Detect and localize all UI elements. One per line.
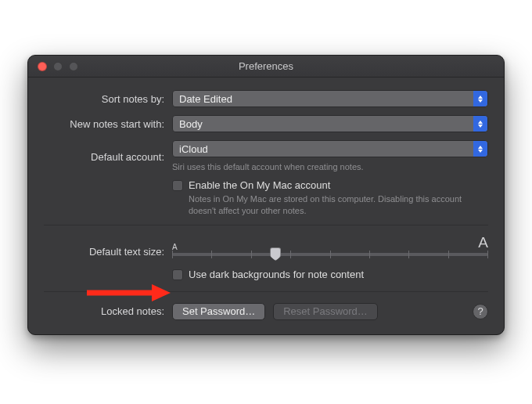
titlebar[interactable]: Preferences — [28, 56, 504, 78]
close-window-button[interactable] — [38, 62, 47, 71]
enable-on-my-mac-label: Enable the On My Mac account — [189, 179, 488, 191]
chevron-up-down-icon — [473, 91, 487, 106]
slider-thumb[interactable] — [270, 247, 281, 261]
traffic-lights — [38, 62, 78, 71]
preferences-window: Preferences Sort notes by: Date Edited N… — [27, 55, 505, 335]
dark-backgrounds-checkbox[interactable] — [172, 269, 183, 280]
default-account-label: Default account: — [44, 151, 172, 163]
sort-notes-label: Sort notes by: — [44, 93, 172, 105]
help-button[interactable]: ? — [473, 304, 488, 319]
minimize-window-button[interactable] — [53, 62, 63, 71]
divider — [44, 225, 488, 225]
question-mark-icon: ? — [477, 305, 483, 317]
window-title: Preferences — [239, 60, 293, 72]
text-size-large-icon: A — [478, 234, 488, 251]
reset-password-button: Reset Password… — [273, 303, 378, 320]
text-size-label: Default text size: — [44, 236, 172, 258]
default-account-value: iCloud — [179, 143, 208, 155]
new-notes-value: Body — [179, 118, 203, 130]
new-notes-select[interactable]: Body — [172, 115, 488, 132]
content-area: Sort notes by: Date Edited New notes sta… — [28, 78, 504, 334]
default-account-select[interactable]: iCloud — [172, 140, 488, 157]
sort-notes-select[interactable]: Date Edited — [172, 90, 488, 107]
locked-notes-label: Locked notes: — [44, 305, 172, 317]
dark-backgrounds-label: Use dark backgrounds for note content — [189, 269, 364, 280]
on-my-mac-hint: Notes in On My Mac are stored on this co… — [189, 193, 488, 217]
text-size-slider[interactable] — [172, 253, 488, 256]
sort-notes-value: Date Edited — [179, 93, 232, 105]
enable-on-my-mac-checkbox[interactable] — [172, 180, 183, 191]
chevron-up-down-icon — [473, 116, 487, 132]
chevron-up-down-icon — [473, 141, 487, 157]
default-account-hint: Siri uses this default account when crea… — [172, 161, 488, 173]
new-notes-label: New notes start with: — [44, 118, 172, 130]
set-password-button[interactable]: Set Password… — [172, 303, 265, 320]
zoom-window-button[interactable] — [69, 62, 78, 71]
divider — [44, 291, 488, 292]
